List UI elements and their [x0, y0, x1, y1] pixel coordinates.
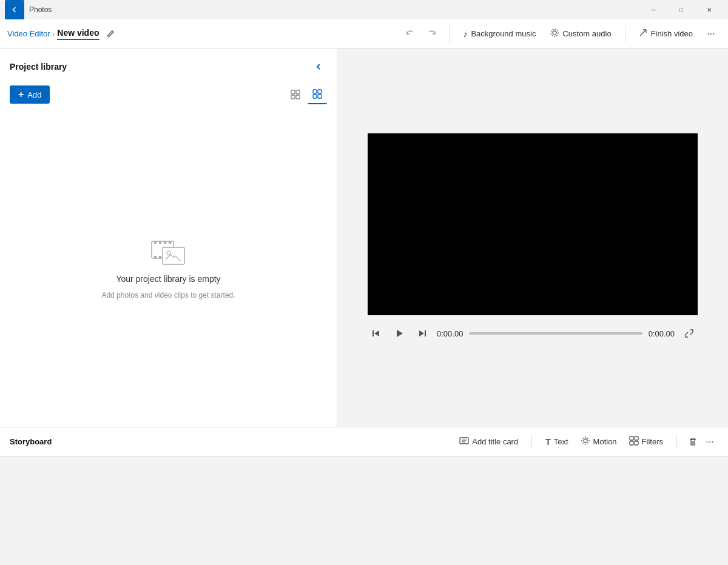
breadcrumb: Video Editor › New video	[7, 25, 398, 42]
finish-video-button[interactable]: Finish video	[633, 26, 699, 41]
svg-rect-32	[630, 441, 633, 445]
undo-button[interactable]	[400, 24, 420, 44]
svg-rect-19	[163, 247, 184, 264]
finish-icon	[639, 28, 647, 39]
empty-library-subtitle: Add photos and video clips to get starte…	[101, 291, 235, 299]
motion-label: Motion	[593, 437, 617, 446]
collapse-panel-button[interactable]	[310, 58, 327, 75]
redo-button[interactable]	[422, 24, 442, 44]
panel-header: Project library	[0, 48, 337, 80]
storyboard-area: Storyboard Add title card T Text	[0, 427, 728, 565]
audio-icon	[550, 28, 559, 39]
filters-label: Filters	[642, 437, 663, 446]
svg-marker-25	[419, 330, 424, 336]
filters-icon	[629, 436, 639, 447]
svg-rect-31	[635, 436, 638, 440]
breadcrumb-parent[interactable]: Video Editor	[7, 29, 50, 38]
svg-rect-11	[154, 241, 157, 244]
progress-bar[interactable]	[469, 332, 642, 335]
empty-state: Your project library is empty Add photos…	[0, 109, 337, 427]
svg-rect-2	[291, 90, 295, 94]
svg-rect-8	[313, 95, 317, 98]
play-button[interactable]	[391, 325, 408, 342]
svg-rect-7	[318, 90, 322, 93]
breadcrumb-current: New video	[57, 28, 99, 40]
close-button[interactable]: ✕	[695, 0, 723, 19]
svg-marker-23	[397, 330, 403, 337]
svg-rect-6	[313, 90, 317, 93]
panel-title: Project library	[10, 62, 67, 72]
window-controls: ─ □ ✕	[639, 0, 723, 19]
expand-player-button[interactable]	[681, 325, 698, 342]
text-button[interactable]: T Text	[539, 435, 574, 449]
skip-back-button[interactable]	[368, 325, 385, 342]
app-toolbar: Video Editor › New video ♪ Background mu…	[0, 19, 728, 48]
svg-point-0	[553, 31, 556, 35]
svg-rect-24	[425, 330, 426, 336]
add-title-card-button[interactable]: Add title card	[453, 433, 524, 450]
text-icon: T	[545, 437, 551, 447]
custom-audio-label: Custom audio	[562, 29, 611, 38]
main-layout: Project library + Add	[0, 48, 728, 427]
motion-button[interactable]: Motion	[575, 433, 623, 450]
edit-title-button[interactable]	[102, 25, 119, 42]
svg-rect-15	[154, 256, 157, 258]
toolbar-separator-1	[449, 25, 450, 42]
title-card-icon	[459, 436, 469, 447]
motion-icon	[581, 436, 590, 447]
player-controls: 0:00.00 0:00.00	[368, 325, 698, 342]
maximize-button[interactable]: □	[667, 0, 695, 19]
svg-rect-21	[372, 330, 374, 336]
sb-sep-2	[676, 435, 677, 449]
custom-audio-button[interactable]: Custom audio	[544, 26, 617, 41]
library-toolbar: + Add	[0, 80, 337, 109]
empty-library-icon	[150, 236, 187, 267]
svg-point-1	[551, 29, 558, 36]
breadcrumb-separator: ›	[53, 30, 55, 38]
storyboard-more-button[interactable]: ···	[701, 433, 718, 450]
svg-rect-13	[164, 241, 166, 244]
toolbar-more-button[interactable]: ···	[701, 24, 721, 44]
delete-clip-button[interactable]	[684, 433, 701, 450]
svg-rect-9	[318, 95, 322, 98]
music-note-icon: ♪	[463, 29, 467, 39]
project-library-panel: Project library + Add	[0, 48, 337, 427]
more-dots-icon: ···	[706, 436, 713, 447]
grid-view-button[interactable]	[286, 85, 305, 104]
skip-forward-button[interactable]	[414, 325, 431, 342]
svg-rect-5	[296, 95, 300, 99]
toolbar-separator-2	[625, 25, 625, 42]
text-label: Text	[554, 437, 568, 446]
video-canvas	[368, 133, 698, 315]
finish-video-label: Finish video	[651, 29, 693, 38]
filters-button[interactable]: Filters	[623, 433, 669, 450]
minimize-button[interactable]: ─	[639, 0, 667, 19]
empty-library-title: Your project library is empty	[116, 274, 220, 284]
svg-rect-16	[159, 256, 161, 258]
video-preview-panel: 0:00.00 0:00.00	[337, 48, 728, 427]
time-current: 0:00.00	[437, 329, 463, 338]
list-view-button[interactable]	[308, 85, 327, 104]
title-bar: Photos ─ □ ✕	[0, 0, 728, 19]
svg-rect-30	[630, 436, 633, 440]
back-button[interactable]	[5, 0, 24, 19]
svg-point-29	[584, 439, 587, 443]
storyboard-title: Storyboard	[10, 437, 52, 446]
plus-icon: +	[18, 89, 24, 100]
storyboard-toolbar: Storyboard Add title card T Text	[0, 427, 728, 456]
add-label: Add	[27, 90, 41, 99]
storyboard-clips	[0, 456, 728, 565]
add-title-card-label: Add title card	[472, 437, 518, 446]
svg-rect-3	[296, 90, 300, 94]
svg-rect-14	[169, 241, 171, 244]
svg-rect-4	[291, 95, 295, 99]
background-music-label: Background music	[471, 29, 536, 38]
view-toggles	[286, 85, 327, 104]
svg-rect-26	[460, 438, 468, 444]
add-media-button[interactable]: + Add	[10, 85, 50, 104]
sb-sep-1	[531, 435, 532, 449]
background-music-button[interactable]: ♪ Background music	[457, 27, 542, 41]
app-title: Photos	[29, 5, 639, 14]
svg-rect-33	[635, 441, 638, 445]
svg-rect-12	[159, 241, 161, 244]
